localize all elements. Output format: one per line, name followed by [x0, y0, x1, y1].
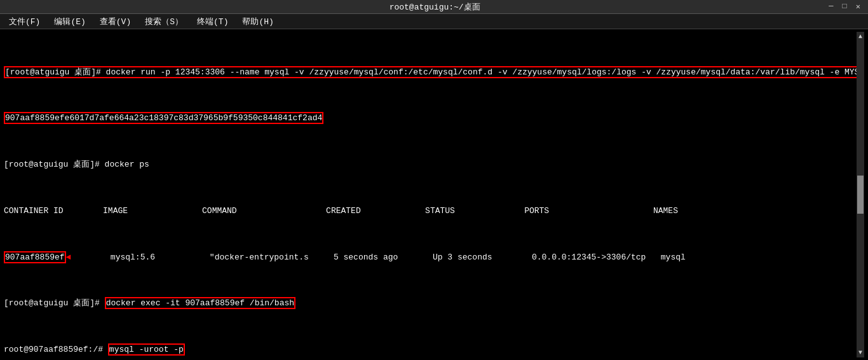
terminal-line-4: CONTAINER ID IMAGE COMMAND CREATED STATU… [4, 205, 857, 217]
titlebar: root@atguigu:~/桌面 — □ ✕ [0, 0, 868, 14]
menu-help[interactable]: 帮助(H) [236, 15, 280, 29]
menu-view[interactable]: 查看(V) [93, 15, 137, 29]
minimize-button[interactable]: — [826, 2, 836, 11]
scroll-down-arrow[interactable]: ▼ [858, 349, 862, 356]
scroll-up-arrow[interactable]: ▲ [858, 33, 862, 40]
terminal[interactable]: [root@atguigu 桌面]# docker run -p 12345:3… [0, 29, 868, 360]
terminal-line-5: 907aaf8859ef◄ mysql:5.6 "docker-entrypoi… [4, 252, 857, 263]
maximize-button[interactable]: □ [840, 2, 850, 11]
menu-search[interactable]: 搜索（S） [139, 15, 189, 29]
menubar: 文件(F) 编辑(E) 查看(V) 搜索（S） 终端(T) 帮助(H) [0, 14, 868, 29]
terminal-line-6: [root@atguigu 桌面]# docker exec -it 907aa… [4, 298, 857, 309]
menu-terminal[interactable]: 终端(T) [191, 15, 234, 29]
terminal-line-3: [root@atguigu 桌面]# docker ps [4, 159, 857, 170]
scrollbar-thumb[interactable] [857, 176, 864, 214]
menu-edit[interactable]: 编辑(E) [48, 15, 92, 29]
titlebar-controls[interactable]: — □ ✕ [826, 2, 863, 11]
terminal-line-7: root@907aaf8859ef:/# mysql -uroot -p [4, 344, 857, 356]
titlebar-title: root@atguigu:~/桌面 [43, 1, 826, 13]
menu-file[interactable]: 文件(F) [3, 15, 46, 29]
terminal-line-2: 907aaf8859efe6017d7afe664a23c18397c83d37… [4, 113, 857, 124]
terminal-line-1: [root@atguigu 桌面]# docker run -p 12345:3… [4, 67, 857, 78]
terminal-content: [root@atguigu 桌面]# docker run -p 12345:3… [4, 32, 857, 357]
close-button[interactable]: ✕ [853, 2, 863, 11]
scrollbar[interactable]: ▲ ▼ [857, 32, 864, 357]
